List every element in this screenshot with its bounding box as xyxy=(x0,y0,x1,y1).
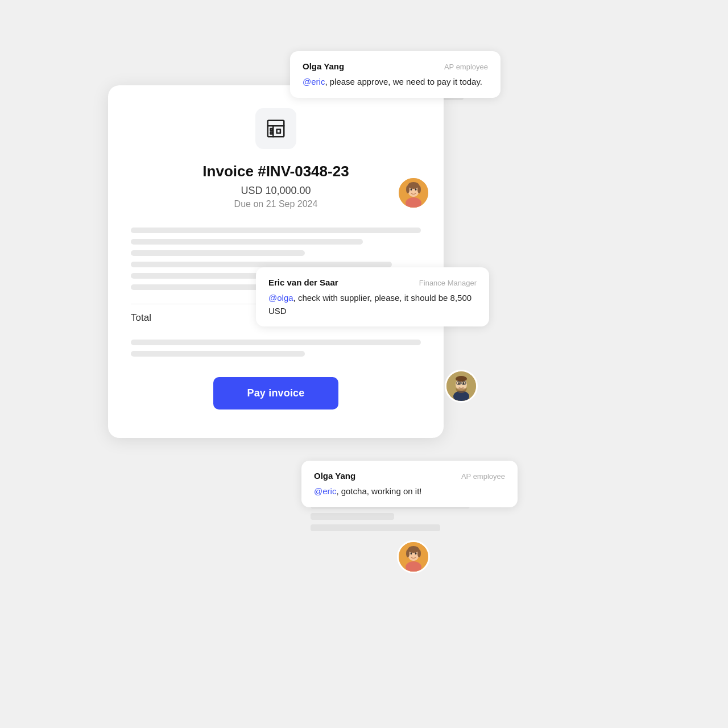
chat-text-3: @eric, gotcha, working on it! xyxy=(314,485,505,498)
invoice-amount: USD 10,000.00 xyxy=(131,185,421,197)
svg-point-12 xyxy=(406,185,410,193)
svg-point-11 xyxy=(408,182,419,189)
chat-text-1: @eric, please approve, we need to pay it… xyxy=(303,76,488,89)
svg-point-30 xyxy=(417,549,421,557)
invoice-card: Invoice #INV-0348-23 USD 10,000.00 Due o… xyxy=(108,85,444,438)
chat-role-1: AP employee xyxy=(444,63,488,71)
svg-rect-3 xyxy=(277,130,280,133)
chat-role-3: AP employee xyxy=(461,472,505,481)
invoice-title: Invoice #INV-0348-23 xyxy=(131,163,421,180)
mention-3: @eric xyxy=(314,486,336,496)
svg-point-13 xyxy=(417,185,421,193)
svg-rect-4 xyxy=(271,129,272,130)
chat-bubble-3: Olga Yang AP employee @eric, gotcha, wor… xyxy=(301,461,518,507)
total-label: Total xyxy=(131,312,151,324)
chat-role-2: Finance Manager xyxy=(419,279,477,287)
avatar-olga-1 xyxy=(397,176,430,209)
bottom-lines xyxy=(131,340,421,357)
svg-point-22 xyxy=(456,376,467,382)
mention-2: @olga xyxy=(268,293,293,303)
svg-rect-5 xyxy=(271,132,272,134)
mention-1: @eric xyxy=(303,77,325,86)
svg-point-29 xyxy=(406,549,410,557)
avatar-eric xyxy=(445,370,478,403)
invoice-due: Due on 21 Sep 2024 xyxy=(131,199,421,209)
svg-point-28 xyxy=(408,546,419,553)
pay-invoice-button[interactable]: Pay invoice xyxy=(213,377,338,410)
building-icon xyxy=(255,108,296,149)
avatar-olga-2 xyxy=(397,540,430,573)
chat-name-2: Eric van der Saar xyxy=(268,278,338,287)
chat-name-1: Olga Yang xyxy=(303,61,344,71)
chat-text-2: @olga, check with supplier, please, it s… xyxy=(268,292,477,317)
chat-bubble-2: Eric van der Saar Finance Manager @olga,… xyxy=(256,267,489,326)
chat-name-3: Olga Yang xyxy=(314,471,355,481)
chat-bubble-1: Olga Yang AP employee @eric, please appr… xyxy=(290,51,500,98)
